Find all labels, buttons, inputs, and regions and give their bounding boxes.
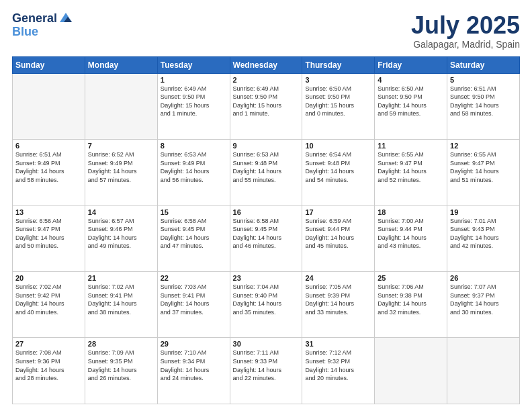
day-info: Sunrise: 6:49 AM Sunset: 9:50 PM Dayligh… (161, 85, 227, 118)
calendar-day-cell: 12Sunrise: 6:55 AM Sunset: 9:47 PM Dayli… (447, 140, 520, 205)
calendar-day-cell (447, 338, 520, 404)
calendar-day-cell: 7Sunrise: 6:52 AM Sunset: 9:49 PM Daylig… (85, 140, 157, 205)
day-number: 12 (450, 142, 517, 150)
calendar-day-cell: 25Sunrise: 7:06 AM Sunset: 9:38 PM Dayli… (375, 272, 447, 338)
calendar-day-cell: 9Sunrise: 6:53 AM Sunset: 9:48 PM Daylig… (230, 140, 302, 205)
calendar-day-cell: 10Sunrise: 6:54 AM Sunset: 9:48 PM Dayli… (302, 140, 375, 205)
day-number: 25 (378, 274, 444, 282)
day-info: Sunrise: 6:57 AM Sunset: 9:46 PM Dayligh… (88, 217, 154, 250)
calendar-week-row: 1Sunrise: 6:49 AM Sunset: 9:50 PM Daylig… (13, 73, 520, 139)
day-number: 22 (161, 274, 227, 282)
day-info: Sunrise: 6:53 AM Sunset: 9:48 PM Dayligh… (233, 150, 300, 184)
calendar-week-row: 6Sunrise: 6:51 AM Sunset: 9:49 PM Daylig… (13, 140, 520, 205)
logo-blue: Blue (12, 26, 73, 39)
calendar-day-cell: 5Sunrise: 6:51 AM Sunset: 9:50 PM Daylig… (447, 73, 520, 139)
calendar-day-cell: 20Sunrise: 7:02 AM Sunset: 9:42 PM Dayli… (13, 272, 85, 338)
calendar-day-cell: 14Sunrise: 6:57 AM Sunset: 9:46 PM Dayli… (85, 205, 157, 271)
day-info: Sunrise: 6:51 AM Sunset: 9:50 PM Dayligh… (450, 85, 517, 118)
day-info: Sunrise: 6:54 AM Sunset: 9:48 PM Dayligh… (305, 150, 371, 184)
day-number: 16 (233, 208, 300, 216)
calendar-day-cell: 29Sunrise: 7:10 AM Sunset: 9:34 PM Dayli… (157, 338, 230, 404)
day-info: Sunrise: 6:52 AM Sunset: 9:49 PM Dayligh… (88, 150, 154, 184)
day-number: 24 (305, 274, 371, 282)
day-info: Sunrise: 7:07 AM Sunset: 9:37 PM Dayligh… (450, 283, 517, 316)
calendar-day-header: Wednesday (230, 56, 302, 73)
day-number: 19 (450, 208, 517, 216)
day-info: Sunrise: 6:50 AM Sunset: 9:50 PM Dayligh… (378, 85, 444, 118)
calendar-day-cell (13, 73, 85, 139)
day-number: 29 (161, 340, 227, 348)
day-info: Sunrise: 7:02 AM Sunset: 9:41 PM Dayligh… (88, 283, 154, 316)
day-number: 21 (88, 274, 154, 282)
day-number: 27 (15, 340, 82, 348)
calendar-day-cell: 1Sunrise: 6:49 AM Sunset: 9:50 PM Daylig… (157, 73, 230, 139)
calendar-day-header: Monday (85, 56, 157, 73)
day-number: 15 (161, 208, 227, 216)
month-title: July 2025 (411, 12, 520, 39)
day-info: Sunrise: 7:05 AM Sunset: 9:39 PM Dayligh… (305, 283, 371, 316)
logo-icon (58, 10, 73, 25)
calendar-day-cell: 18Sunrise: 7:00 AM Sunset: 9:44 PM Dayli… (375, 205, 447, 271)
calendar-day-cell: 27Sunrise: 7:08 AM Sunset: 9:36 PM Dayli… (13, 338, 85, 404)
day-number: 23 (233, 274, 300, 282)
calendar-day-cell: 4Sunrise: 6:50 AM Sunset: 9:50 PM Daylig… (375, 73, 447, 139)
calendar-day-cell: 24Sunrise: 7:05 AM Sunset: 9:39 PM Dayli… (302, 272, 375, 338)
day-number: 2 (233, 76, 300, 84)
logo-text: General (12, 12, 57, 26)
day-info: Sunrise: 7:10 AM Sunset: 9:34 PM Dayligh… (161, 349, 227, 382)
calendar-day-cell: 3Sunrise: 6:50 AM Sunset: 9:50 PM Daylig… (302, 73, 375, 139)
calendar-day-header: Friday (375, 56, 447, 73)
day-number: 6 (15, 142, 82, 150)
calendar-table: SundayMondayTuesdayWednesdayThursdayFrid… (12, 56, 520, 404)
day-number: 1 (161, 76, 227, 84)
calendar-day-cell: 13Sunrise: 6:56 AM Sunset: 9:47 PM Dayli… (13, 205, 85, 271)
calendar-day-cell: 30Sunrise: 7:11 AM Sunset: 9:33 PM Dayli… (230, 338, 302, 404)
day-number: 3 (305, 76, 371, 84)
header: General Blue July 2025 Galapagar, Madrid… (12, 12, 520, 50)
day-info: Sunrise: 6:53 AM Sunset: 9:49 PM Dayligh… (161, 150, 227, 184)
calendar-day-cell: 16Sunrise: 6:58 AM Sunset: 9:45 PM Dayli… (230, 205, 302, 271)
day-info: Sunrise: 6:59 AM Sunset: 9:44 PM Dayligh… (305, 217, 371, 250)
day-number: 8 (161, 142, 227, 150)
day-number: 31 (305, 340, 371, 348)
calendar-day-header: Sunday (13, 56, 85, 73)
day-number: 20 (15, 274, 82, 282)
logo: General Blue (12, 12, 73, 39)
day-info: Sunrise: 7:03 AM Sunset: 9:41 PM Dayligh… (161, 283, 227, 316)
calendar-day-cell: 19Sunrise: 7:01 AM Sunset: 9:43 PM Dayli… (447, 205, 520, 271)
day-number: 13 (15, 208, 82, 216)
day-number: 9 (233, 142, 300, 150)
day-info: Sunrise: 7:02 AM Sunset: 9:42 PM Dayligh… (15, 283, 82, 316)
calendar-day-cell: 11Sunrise: 6:55 AM Sunset: 9:47 PM Dayli… (375, 140, 447, 205)
day-number: 4 (378, 76, 444, 84)
calendar-header-row: SundayMondayTuesdayWednesdayThursdayFrid… (13, 56, 520, 73)
day-info: Sunrise: 7:00 AM Sunset: 9:44 PM Dayligh… (378, 217, 444, 250)
calendar-week-row: 20Sunrise: 7:02 AM Sunset: 9:42 PM Dayli… (13, 272, 520, 338)
day-info: Sunrise: 6:49 AM Sunset: 9:50 PM Dayligh… (233, 85, 300, 118)
day-number: 10 (305, 142, 371, 150)
day-info: Sunrise: 6:55 AM Sunset: 9:47 PM Dayligh… (378, 150, 444, 184)
day-number: 7 (88, 142, 154, 150)
day-number: 5 (450, 76, 517, 84)
page: General Blue July 2025 Galapagar, Madrid… (0, 0, 532, 411)
day-info: Sunrise: 7:12 AM Sunset: 9:32 PM Dayligh… (305, 349, 371, 382)
calendar-day-cell: 17Sunrise: 6:59 AM Sunset: 9:44 PM Dayli… (302, 205, 375, 271)
day-info: Sunrise: 6:56 AM Sunset: 9:47 PM Dayligh… (15, 217, 82, 250)
title-block: July 2025 Galapagar, Madrid, Spain (411, 12, 520, 50)
calendar-day-cell: 23Sunrise: 7:04 AM Sunset: 9:40 PM Dayli… (230, 272, 302, 338)
calendar-day-cell: 21Sunrise: 7:02 AM Sunset: 9:41 PM Dayli… (85, 272, 157, 338)
day-number: 17 (305, 208, 371, 216)
calendar-week-row: 27Sunrise: 7:08 AM Sunset: 9:36 PM Dayli… (13, 338, 520, 404)
day-info: Sunrise: 6:51 AM Sunset: 9:49 PM Dayligh… (15, 150, 82, 184)
day-info: Sunrise: 7:09 AM Sunset: 9:35 PM Dayligh… (88, 349, 154, 382)
day-info: Sunrise: 6:50 AM Sunset: 9:50 PM Dayligh… (305, 85, 371, 118)
calendar-day-cell: 28Sunrise: 7:09 AM Sunset: 9:35 PM Dayli… (85, 338, 157, 404)
calendar-day-cell: 22Sunrise: 7:03 AM Sunset: 9:41 PM Dayli… (157, 272, 230, 338)
calendar-week-row: 13Sunrise: 6:56 AM Sunset: 9:47 PM Dayli… (13, 205, 520, 271)
day-info: Sunrise: 6:55 AM Sunset: 9:47 PM Dayligh… (450, 150, 517, 184)
calendar-day-header: Tuesday (157, 56, 230, 73)
calendar-day-cell: 2Sunrise: 6:49 AM Sunset: 9:50 PM Daylig… (230, 73, 302, 139)
day-info: Sunrise: 7:08 AM Sunset: 9:36 PM Dayligh… (15, 349, 82, 382)
day-number: 14 (88, 208, 154, 216)
calendar-day-cell: 31Sunrise: 7:12 AM Sunset: 9:32 PM Dayli… (302, 338, 375, 404)
